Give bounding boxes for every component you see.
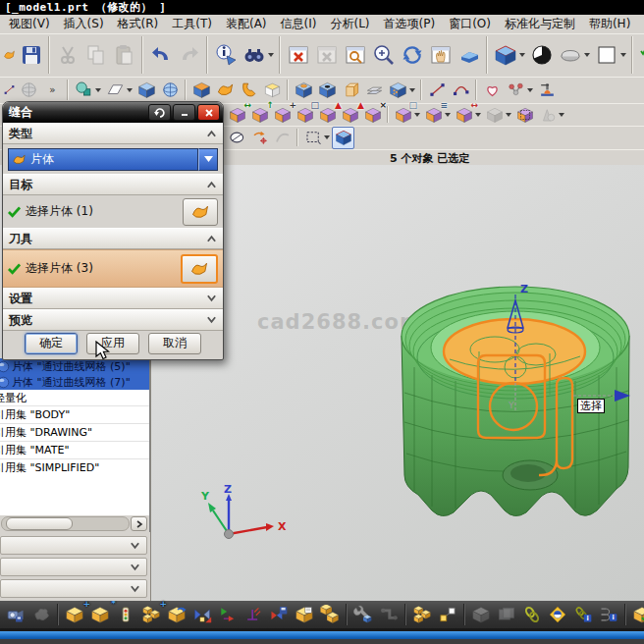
undo-icon[interactable] (146, 41, 175, 70)
datum-plane-icon[interactable] (103, 79, 127, 102)
cut-icon[interactable] (53, 41, 81, 70)
section-target[interactable]: 目标 (3, 174, 223, 195)
menu-item-9[interactable]: 标准化与定制 (498, 15, 582, 33)
window-close-icon[interactable] (284, 41, 312, 70)
menu-item-3[interactable]: 工具(T) (165, 15, 219, 33)
information-icon[interactable] (211, 41, 240, 70)
section-clam-dropdown[interactable] (584, 53, 590, 60)
verify-assembly-icon[interactable] (629, 602, 644, 627)
menu-item-7[interactable]: 首选项(P) (377, 15, 443, 33)
expressions-dropdown[interactable] (527, 88, 533, 95)
edit-cross-section-icon[interactable] (513, 103, 536, 126)
new-component-icon[interactable]: * (87, 602, 113, 627)
gray-feature-icon[interactable] (483, 103, 506, 126)
delete-body-icon[interactable]: × (361, 103, 384, 126)
section-tool[interactable]: 刀具 (3, 228, 223, 249)
dialog-minimize-button[interactable] (173, 104, 195, 121)
collapsed-panel-3[interactable] (0, 579, 147, 598)
window-new-icon[interactable] (636, 41, 644, 70)
swept-sheet-icon[interactable] (213, 79, 237, 102)
rectangle-select-icon[interactable] (301, 127, 324, 149)
bounded-plane-icon[interactable] (260, 79, 284, 102)
pattern-component-icon[interactable]: + (138, 602, 164, 627)
dialog-title-bar[interactable]: 缝合 (3, 102, 223, 123)
replace-component-icon[interactable] (266, 602, 292, 627)
tool-sheet-button[interactable] (181, 254, 218, 284)
cone-sphere-icon[interactable] (536, 103, 559, 126)
cone-sphere-dropdown[interactable] (559, 113, 564, 120)
type-dropdown-arrow[interactable] (198, 148, 218, 171)
line-curve-icon[interactable] (425, 79, 449, 102)
navigator-item-3[interactable]: 引用集 "BODY" (0, 405, 149, 423)
resize-blend-dropdown[interactable] (475, 113, 481, 120)
section-clam-icon[interactable] (556, 41, 584, 70)
hole-icon[interactable] (315, 79, 339, 102)
link-information-icon[interactable]: i (570, 602, 596, 627)
scroll-right-button[interactable] (131, 516, 147, 531)
pan-view-icon[interactable] (426, 41, 455, 70)
add-component-icon[interactable]: + (62, 602, 87, 627)
pull-face-icon[interactable]: ↑ (248, 103, 271, 126)
block-primitive-icon[interactable] (134, 79, 158, 102)
menu-item-5[interactable]: 信息(I) (274, 15, 324, 33)
sew-icon[interactable] (386, 79, 409, 102)
navigator-item-6[interactable]: 引用集 "SIMPLIFIED" (0, 458, 149, 476)
navigator-item-1[interactable]: 片体 "通过曲线网格 (7)" (0, 374, 149, 390)
trim-sheet-icon[interactable] (362, 79, 386, 102)
copy-face-dropdown[interactable] (414, 113, 420, 120)
collapsed-panel-2[interactable] (0, 558, 147, 576)
gray-pane-icon[interactable] (494, 602, 519, 627)
sketch-dropdown[interactable] (95, 88, 101, 95)
assembly-constraints-icon[interactable] (113, 602, 138, 627)
rectangle-select-dropdown[interactable] (324, 135, 330, 142)
sketch-icon[interactable] (72, 79, 95, 102)
relations-browser-icon[interactable]: i (596, 602, 621, 627)
assembly-sequence-icon[interactable] (215, 602, 241, 627)
find-component-dropdown[interactable] (268, 53, 274, 60)
spline-heart-icon[interactable] (480, 79, 504, 102)
sequence-links-icon[interactable] (435, 602, 460, 627)
paste-face-dropdown[interactable] (445, 113, 451, 120)
navigator-item-2[interactable]: 轻量化 (0, 390, 149, 405)
find-component-icon[interactable] (240, 41, 268, 70)
copy-face-icon[interactable]: □ (392, 103, 414, 126)
interpart-link-icon[interactable] (519, 602, 545, 627)
menu-item-1[interactable]: 插入(S) (57, 15, 111, 33)
left-edge-partial-icon[interactable] (2, 41, 17, 70)
background-plain-dropdown[interactable] (620, 53, 626, 60)
window-inactive-icon[interactable] (312, 41, 341, 70)
snap-point-icon[interactable] (248, 127, 271, 149)
target-select-row[interactable]: 选择片体 (1) (3, 195, 223, 228)
datum-csys-icon[interactable] (17, 79, 40, 102)
fit-view-icon[interactable] (455, 41, 483, 70)
left-edge-partial-2-icon[interactable] (2, 79, 17, 102)
clip-gray-icon[interactable] (28, 602, 54, 627)
crown-face[interactable] (444, 319, 585, 384)
navigator-item-4[interactable]: 引用集 "DRAWING" (0, 423, 149, 441)
emboss-icon[interactable] (339, 79, 362, 102)
move-face-icon[interactable]: ↔ (226, 103, 248, 126)
copy-icon[interactable] (81, 41, 110, 70)
curve-rule-icon[interactable] (271, 127, 294, 149)
wave-geometry-linker-icon[interactable] (545, 602, 570, 627)
navigator-item-5[interactable]: 引用集 "MATE" (0, 441, 149, 458)
selection-filter-icon[interactable] (226, 127, 248, 149)
ok-button[interactable]: 确定 (25, 333, 78, 354)
target-sheet-button[interactable] (183, 198, 218, 226)
arc-curve-icon[interactable] (449, 79, 472, 102)
assembly-tools-icon[interactable] (350, 602, 376, 627)
interference-check-icon[interactable] (241, 602, 266, 627)
joint-gray-icon[interactable] (376, 602, 402, 627)
menu-item-2[interactable]: 格式(R) (111, 15, 166, 33)
menu-item-6[interactable]: 分析(L) (323, 15, 376, 33)
sphere-primitive-icon[interactable] (158, 79, 182, 102)
shaded-display-icon[interactable] (491, 41, 519, 70)
section-settings[interactable]: 设置 (3, 288, 223, 309)
move-component-icon[interactable] (164, 602, 189, 627)
save-icon[interactable] (17, 41, 45, 70)
collapsed-panel-1[interactable] (0, 536, 147, 555)
tool-select-row[interactable]: 选择片体 (3) (3, 249, 223, 288)
scrollbar-thumb[interactable] (6, 517, 73, 530)
cancel-button[interactable]: 取消 (148, 333, 201, 354)
delete-face-icon[interactable]: ▲ (316, 103, 339, 126)
